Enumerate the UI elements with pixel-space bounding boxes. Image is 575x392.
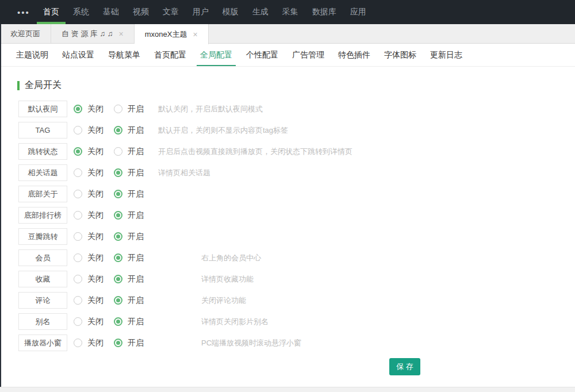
- radio-icon[interactable]: [114, 190, 122, 198]
- topnav-item[interactable]: 首页: [37, 0, 66, 24]
- save-button[interactable]: 保 存: [389, 358, 420, 375]
- radio-option-on[interactable]: 开启: [114, 228, 144, 245]
- subnav-tab[interactable]: 个性配置: [243, 44, 282, 66]
- radio-icon[interactable]: [114, 147, 122, 156]
- subnav-tab[interactable]: 首页配置: [151, 44, 190, 66]
- radio-icon[interactable]: [74, 317, 82, 326]
- radio-option-on[interactable]: 开启: [114, 292, 144, 309]
- subnav-tab[interactable]: 全局配置: [197, 44, 236, 66]
- radio-icon[interactable]: [114, 296, 122, 305]
- switch-name-box: 底部关于: [18, 186, 67, 202]
- switch-name-box: 别名: [18, 313, 67, 330]
- radio-option-on[interactable]: 开启: [114, 164, 144, 181]
- close-icon[interactable]: ×: [193, 30, 197, 39]
- switch-name-box: 豆瓣跳转: [18, 228, 67, 245]
- radio-option-on[interactable]: 开启: [114, 249, 144, 266]
- radio-icon[interactable]: [114, 168, 122, 177]
- radio-option-on[interactable]: 开启: [114, 207, 144, 224]
- topnav-item[interactable]: 系统: [67, 0, 95, 24]
- radio-option-off[interactable]: 关闭: [74, 186, 103, 202]
- switch-name-box: 收藏: [18, 271, 67, 287]
- radio-on-label: 开启: [128, 274, 144, 285]
- switch-rows: 默认夜间 关闭 开启 默认关闭，开启后默认夜间模式 TAG 关闭 开启 默认开启…: [18, 101, 575, 351]
- radio-on-label: 开启: [128, 317, 144, 327]
- radio-option-off[interactable]: 关闭: [74, 249, 103, 266]
- subnav-tab[interactable]: 广告管理: [289, 44, 328, 66]
- tab-label: 欢迎页面: [10, 29, 40, 39]
- subnav-tab[interactable]: 主题说明: [13, 44, 52, 66]
- radio-icon[interactable]: [114, 232, 122, 241]
- switch-description: 详情页相关话题: [158, 164, 210, 181]
- radio-option-on[interactable]: 开启: [114, 101, 144, 117]
- tab-strip: 欢迎页面 自 资 源 库 ♫ ♫ × mxoneX主题 ×: [0, 24, 575, 44]
- radio-option-off[interactable]: 关闭: [74, 313, 103, 330]
- topnav-item[interactable]: 生成: [246, 0, 275, 24]
- topnav-item[interactable]: 应用: [344, 0, 373, 24]
- radio-icon[interactable]: [74, 275, 82, 283]
- workspace-tab[interactable]: 自 资 源 库 ♫ ♫ ×: [51, 24, 135, 43]
- topnav-item[interactable]: 视频: [126, 0, 155, 24]
- subnav-tab[interactable]: 字体图标: [381, 44, 420, 66]
- radio-icon[interactable]: [114, 339, 122, 347]
- radio-off-label: 关闭: [87, 189, 103, 199]
- topnav-item[interactable]: 用户: [186, 0, 215, 24]
- radio-off-label: 关闭: [87, 168, 103, 178]
- subnav-tab[interactable]: 特色插件: [335, 44, 374, 66]
- subnav-tab[interactable]: 站点设置: [59, 44, 98, 66]
- topnav-item[interactable]: 模版: [216, 0, 245, 24]
- radio-icon[interactable]: [114, 253, 122, 262]
- switch-row: 会员 关闭 开启 右上角的会员中心: [18, 249, 575, 266]
- switch-row: 豆瓣跳转 关闭 开启: [18, 228, 575, 245]
- radio-icon[interactable]: [74, 168, 82, 177]
- switch-row: 跳转状态 关闭 开启 开启后点击视频直接跳到播放页，关闭状态下跳转到详情页: [18, 143, 575, 160]
- switch-row: 别名 关闭 开启 详情页关闭影片别名: [18, 313, 575, 330]
- radio-option-off[interactable]: 关闭: [74, 101, 103, 117]
- radio-icon[interactable]: [74, 211, 82, 220]
- radio-option-on[interactable]: 开启: [114, 143, 144, 160]
- radio-icon[interactable]: [114, 126, 122, 134]
- radio-icon[interactable]: [74, 232, 82, 241]
- switch-name-box: 评论: [18, 292, 67, 309]
- radio-option-off[interactable]: 关闭: [74, 292, 103, 309]
- radio-icon[interactable]: [114, 275, 122, 283]
- radio-option-on[interactable]: 开启: [114, 313, 144, 330]
- switch-description: 详情页关闭影片别名: [201, 313, 269, 330]
- radio-icon[interactable]: [74, 296, 82, 305]
- radio-icon[interactable]: [114, 211, 122, 220]
- radio-option-on[interactable]: 开启: [114, 186, 144, 202]
- radio-option-off[interactable]: 关闭: [74, 143, 103, 160]
- topnav-item[interactable]: 文章: [156, 0, 185, 24]
- radio-icon[interactable]: [74, 190, 82, 198]
- radio-off-label: 关闭: [87, 104, 103, 114]
- radio-icon[interactable]: [114, 317, 122, 326]
- radio-icon[interactable]: [114, 105, 122, 113]
- subnav-tab[interactable]: 导航菜单: [105, 44, 144, 66]
- workspace-tab[interactable]: 欢迎页面: [0, 24, 51, 43]
- subnav-tab[interactable]: 更新日志: [427, 44, 466, 66]
- radio-icon[interactable]: [74, 105, 82, 113]
- radio-on-label: 开启: [128, 232, 144, 242]
- radio-option-on[interactable]: 开启: [114, 335, 144, 351]
- bottom-status-strip: [0, 387, 575, 392]
- radio-option-on[interactable]: 开启: [114, 122, 144, 139]
- radio-option-off[interactable]: 关闭: [74, 164, 103, 181]
- radio-option-off[interactable]: 关闭: [74, 228, 103, 245]
- topnav-item[interactable]: 基础: [97, 0, 125, 24]
- radio-icon[interactable]: [74, 147, 82, 156]
- workspace-tab[interactable]: mxoneX主题 ×: [135, 24, 209, 44]
- close-icon[interactable]: ×: [119, 30, 124, 38]
- radio-option-off[interactable]: 关闭: [74, 122, 103, 139]
- radio-option-off[interactable]: 关闭: [74, 335, 103, 351]
- radio-option-on[interactable]: 开启: [114, 271, 144, 287]
- radio-option-off[interactable]: 关闭: [74, 271, 103, 287]
- tab-label: 自 资 源 库 ♫ ♫: [62, 29, 113, 39]
- radio-on-label: 开启: [128, 210, 144, 221]
- radio-icon[interactable]: [74, 253, 82, 262]
- radio-icon[interactable]: [74, 126, 82, 134]
- radio-option-off[interactable]: 关闭: [74, 207, 103, 224]
- more-menu-icon[interactable]: •••: [10, 0, 37, 24]
- radio-on-label: 开启: [128, 104, 144, 114]
- topnav-item[interactable]: 数据库: [306, 0, 343, 24]
- radio-icon[interactable]: [74, 339, 82, 347]
- topnav-item[interactable]: 采集: [276, 0, 305, 24]
